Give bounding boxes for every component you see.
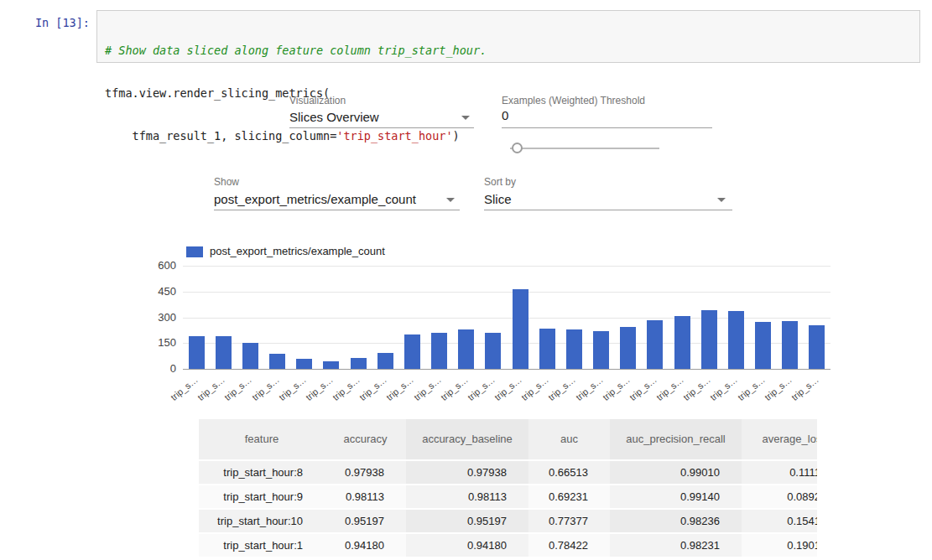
- table-cell: 0.95197: [325, 510, 406, 534]
- table-header-cell[interactable]: accuracy: [325, 419, 406, 461]
- y-axis-label: 450: [143, 285, 176, 298]
- bar[interactable]: [593, 331, 609, 370]
- bar[interactable]: [351, 358, 367, 369]
- visualization-select[interactable]: Slices Overview: [289, 110, 379, 124]
- x-axis-line: [183, 369, 830, 370]
- table-cell: 0.78422: [528, 534, 610, 558]
- table-cell: 0.98113: [406, 485, 528, 510]
- bar-chart: 0150300450600trip_s…trip_s…trip_s…trip_s…: [183, 266, 830, 369]
- bar[interactable]: [404, 334, 420, 369]
- chevron-down-icon: [717, 198, 726, 202]
- bar[interactable]: [485, 333, 501, 369]
- table-header-cell[interactable]: average_los: [742, 419, 817, 461]
- show-select[interactable]: post_export_metrics/example_count: [214, 192, 416, 206]
- table-cell: 0.98231: [610, 534, 742, 558]
- threshold-slider-track[interactable]: [510, 148, 659, 149]
- bar[interactable]: [242, 343, 258, 369]
- bar[interactable]: [728, 311, 744, 369]
- legend-label: post_export_metrics/example_count: [210, 245, 385, 257]
- sort-by-select[interactable]: Slice: [484, 192, 512, 206]
- table-header-cell[interactable]: auc_precision_recall: [610, 419, 742, 461]
- bar[interactable]: [620, 327, 636, 369]
- bar[interactable]: [296, 359, 312, 369]
- bar[interactable]: [809, 325, 825, 369]
- input-prompt: In [13]:: [0, 16, 90, 29]
- threshold-underline: [502, 127, 712, 128]
- table-cell: 0.1111: [742, 461, 817, 485]
- visualization-label: Visualization: [289, 95, 346, 106]
- show-underline: [214, 210, 460, 210]
- table-cell: 0.66513: [528, 461, 610, 485]
- y-axis-label: 300: [143, 311, 176, 324]
- table-header-cell[interactable]: auc: [528, 419, 610, 461]
- table-cell: trip_start_hour:9: [199, 485, 325, 510]
- bar[interactable]: [755, 322, 771, 369]
- table-cell: trip_start_hour:10: [199, 510, 325, 534]
- code-comment: # Show data sliced along feature column …: [105, 44, 487, 57]
- visualization-underline: [289, 127, 474, 128]
- table-cell: 0.97938: [406, 461, 528, 485]
- y-axis-label: 600: [143, 259, 176, 272]
- threshold-label: Examples (Weighted) Threshold: [502, 95, 645, 106]
- table-cell: 0.99140: [610, 485, 742, 510]
- chevron-down-icon: [461, 116, 470, 120]
- gridline: [183, 266, 830, 267]
- bar[interactable]: [458, 329, 474, 369]
- chevron-down-icon: [446, 198, 455, 202]
- table-cell: 0.0892: [742, 485, 817, 510]
- table-cell: 0.99010: [610, 461, 742, 485]
- code-string: 'trip_start_hour': [336, 129, 452, 143]
- y-axis-label: 0: [143, 362, 176, 376]
- table-cell: 0.95197: [406, 510, 528, 534]
- table-cell: 0.69231: [528, 485, 610, 510]
- table-header-row: featureaccuracyaccuracy_baselineaucauc_p…: [199, 419, 817, 461]
- bar[interactable]: [701, 310, 717, 369]
- table-cell: 0.94180: [406, 534, 528, 558]
- code-cell[interactable]: # Show data sliced along feature column …: [96, 10, 920, 63]
- metrics-table: featureaccuracyaccuracy_baselineaucauc_p…: [199, 419, 817, 560]
- table-row: trip_start_hour:90.981130.981130.692310.…: [199, 485, 817, 510]
- table-cell: 0.97938: [325, 461, 406, 485]
- table-cell: 0.98113: [325, 485, 406, 510]
- bar[interactable]: [323, 361, 339, 369]
- bar[interactable]: [377, 353, 393, 369]
- bar[interactable]: [566, 329, 582, 369]
- bar[interactable]: [647, 320, 663, 369]
- y-axis-label: 150: [143, 336, 176, 350]
- table-header-cell[interactable]: feature: [199, 419, 325, 461]
- code-line-3: tfma_result_1, slicing_column='trip_star…: [105, 129, 912, 143]
- bar[interactable]: [782, 321, 798, 369]
- table-row: trip_start_hour:100.951970.951970.773770…: [199, 510, 817, 534]
- table-row: trip_start_hour:80.979380.979380.665130.…: [199, 461, 817, 485]
- table-cell: 0.77377: [528, 510, 610, 534]
- table-row: trip_start_hour:10.941800.941800.784220.…: [199, 534, 817, 558]
- bar[interactable]: [431, 333, 447, 369]
- bar[interactable]: [269, 354, 285, 369]
- table-header-cell[interactable]: accuracy_baseline: [406, 419, 528, 461]
- notebook-output-page: In [13]: # Show data sliced along featur…: [0, 0, 932, 560]
- show-label: Show: [214, 176, 239, 188]
- table-cell: 0.1901: [742, 534, 817, 558]
- bar[interactable]: [513, 289, 528, 369]
- threshold-input[interactable]: [502, 108, 707, 122]
- table-cell: 0.98236: [610, 510, 742, 534]
- table-cell: 0.94180: [325, 534, 406, 558]
- bar[interactable]: [674, 316, 690, 369]
- table-cell: 0.1541: [742, 510, 817, 534]
- threshold-slider-handle[interactable]: [512, 143, 523, 153]
- code-line-comment: # Show data sliced along feature column …: [105, 44, 912, 58]
- legend-swatch: [186, 246, 203, 257]
- bar[interactable]: [539, 329, 555, 369]
- table-cell: trip_start_hour:1: [199, 534, 325, 558]
- table-cell: trip_start_hour:8: [199, 461, 325, 485]
- gridline: [183, 292, 830, 293]
- bar[interactable]: [189, 336, 205, 369]
- bar[interactable]: [216, 336, 232, 369]
- sort-by-label: Sort by: [484, 176, 516, 188]
- sort-by-underline: [484, 210, 732, 210]
